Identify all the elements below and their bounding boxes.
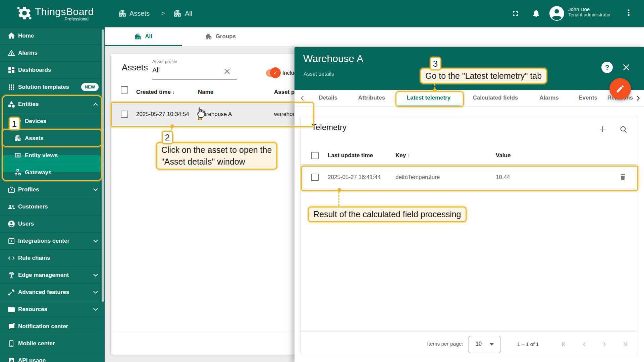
sidebar-item-rule-chains[interactable]: Rule chains [0,250,105,266]
integrations-icon [7,237,15,245]
telemetry-row-checkbox[interactable] [311,174,319,181]
sidebar-item-integrations-center[interactable]: Integrations center [0,233,105,249]
delete-telemetry-icon[interactable] [619,173,627,181]
entity-views-icon [14,152,21,159]
tab-calculated-fields[interactable]: Calculated fields [473,95,518,101]
notifications-bell-icon[interactable] [532,9,541,18]
items-per-page-select[interactable]: 10 [469,336,500,353]
sidebar-item-solution-templates[interactable]: Solution templates NEW [0,79,105,96]
sidebar-item-advanced-features[interactable]: Advanced features [0,284,105,301]
column-last-update-time[interactable]: Last update time [328,152,373,159]
sort-asc-icon: ↑ [408,153,410,158]
entities-icon [7,100,15,108]
sidebar-item-alarms[interactable]: Alarms [0,45,105,61]
tab-latest-telemetry[interactable]: Latest telemetry [407,95,450,101]
tab-attributes[interactable]: Attributes [358,95,385,101]
breadcrumb-page-icon [173,9,182,18]
sidebar-item-assets[interactable]: Assets [0,130,105,147]
new-badge: NEW [81,83,99,91]
items-per-page-label: Items per page: [401,341,463,347]
sort-desc-icon: ↓ [172,89,175,95]
chevron-down-icon [92,237,99,245]
column-name[interactable]: Name [198,89,213,96]
tab-all[interactable]: All [105,27,182,46]
tab-events[interactable]: Events [579,95,597,101]
column-created-time[interactable]: Created time ↓ [136,89,175,96]
cell-value: 10.44 [496,174,510,181]
hand-cursor-icon [194,107,207,120]
assets-icon [14,134,21,142]
users-icon [7,220,15,228]
gateways-icon [14,169,21,176]
cell-key: deltaTemperature [395,174,440,181]
groups-tab-icon [205,33,212,40]
column-key[interactable]: Key ↑ [395,152,410,159]
search-icon[interactable] [619,125,628,133]
sidebar-item-users[interactable]: Users [0,216,105,232]
sidebar-item-customers[interactable]: Customers [0,198,105,215]
chevron-down-icon [92,306,99,313]
mobile-center-icon [7,340,15,348]
asset-profile-filter-value[interactable]: All [152,66,160,74]
resources-icon [7,305,15,313]
sidebar-item-entity-views[interactable]: Entity views [0,147,105,164]
notification-center-icon [7,322,15,330]
sidebar-item-profiles[interactable]: Profiles [0,181,105,198]
sidebar-scrollbar[interactable] [102,29,104,302]
tab-details[interactable]: Details [319,95,337,101]
annotation-step2-text: Click on the asset to open the "Asset de… [156,142,277,170]
avatar[interactable] [549,6,564,21]
annotation-result-text: Result of the calculated field processin… [308,206,467,222]
drawer-title: Warehouse A [303,53,363,64]
telemetry-select-all-checkbox[interactable] [311,152,319,159]
add-telemetry-icon[interactable] [598,125,607,133]
api-usage-icon [7,357,15,362]
sidebar-item-entities[interactable]: Entities [0,96,105,113]
solution-templates-icon [7,83,15,91]
clear-filter-icon[interactable] [223,68,231,75]
drawer-subtitle: Asset details [304,71,334,77]
breadcrumb-page[interactable]: All [185,10,192,17]
breadcrumb-separator: > [161,10,165,17]
rule-chains-icon [7,254,15,262]
assets-title: Assets [122,62,148,73]
sidebar-item-gateways[interactable]: Gateways [0,164,105,181]
chevron-down-icon [92,289,99,296]
sidebar-item-api-usage[interactable]: API usage [0,352,105,362]
drawer-tabbar: Details Attributes Latest telemetry Calc… [294,90,644,107]
edit-fab[interactable] [609,78,631,100]
sidebar-item-mobile-center[interactable]: Mobile center [0,335,105,352]
fullscreen-icon[interactable] [511,9,520,18]
sidebar-item-home[interactable]: Home [0,27,105,44]
last-page-icon[interactable] [620,340,629,349]
sidebar-item-notification-center[interactable]: Notification center [0,318,105,335]
help-icon[interactable]: ? [601,62,613,73]
column-value[interactable]: Value [496,152,511,159]
pagination-range: 1 – 1 of 1 [517,341,539,347]
sidebar-item-resources[interactable]: Resources [0,301,105,318]
sidebar-item-edge-management[interactable]: Edge management [0,267,105,284]
more-menu-icon[interactable]: ⋮ [625,8,633,17]
first-page-icon[interactable] [560,340,569,349]
select-caret-icon [490,343,494,346]
app-title: ThingsBoard [35,6,89,17]
chevron-down-icon [92,272,99,279]
chevron-down-icon [92,186,99,193]
entity-group-tabbar: All Groups [105,27,644,46]
profiles-icon [7,186,15,194]
tab-groups[interactable]: Groups [182,27,259,46]
filter-underline [152,79,237,80]
close-icon[interactable] [622,63,631,72]
tabs-scroll-left-icon[interactable] [299,94,307,102]
tabs-scroll-right-icon[interactable] [634,94,642,102]
annotation-step3-text: Go to the "Latest telemetry" tab [420,68,547,84]
select-all-checkbox[interactable] [121,86,128,94]
previous-page-icon[interactable] [580,340,589,349]
next-page-icon[interactable] [600,340,609,349]
tab-alarms[interactable]: Alarms [539,95,559,101]
include-toggle-thumb[interactable]: ✓ [270,67,281,78]
home-icon [7,32,15,40]
annotation-step3-badge: 3 [430,57,441,70]
sidebar-item-dashboards[interactable]: Dashboards [0,62,105,78]
breadcrumb-section[interactable]: Assets [129,10,150,17]
